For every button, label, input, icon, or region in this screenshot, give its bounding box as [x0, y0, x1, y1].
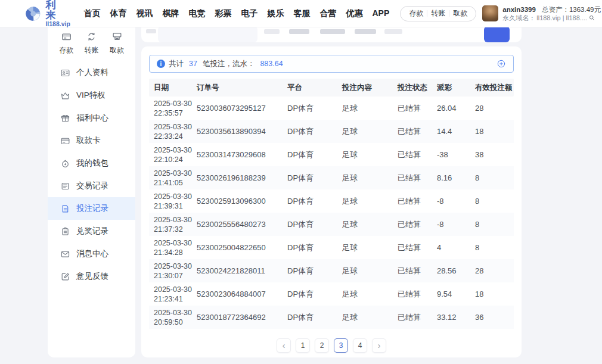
quick-action-deposit[interactable]: 存款 — [59, 31, 73, 55]
sidebar-item-wallet[interactable]: 我的钱包 — [48, 152, 135, 175]
nav-item-10[interactable]: 优惠 — [341, 8, 367, 19]
cell-order: 5230031473029608 — [197, 150, 287, 159]
date-line: 2025-03-30 — [154, 308, 197, 318]
time-line: 22:10:24 — [154, 155, 197, 164]
sidebar-item-messages[interactable]: 消息中心 — [48, 242, 135, 265]
brand-name: 利 来 — [45, 0, 73, 20]
sidebar-item-profile[interactable]: 个人资料 — [48, 61, 135, 84]
user-line-1: anxin3399 总资产：1363.49元 — [502, 5, 601, 14]
brand-domain: ll188.vip — [45, 20, 73, 27]
cell-content: 足球 — [342, 266, 398, 276]
nav-item-11[interactable]: APP — [367, 8, 394, 19]
quick-action-label: 存款 — [59, 45, 73, 55]
wallet-action-1[interactable]: 转账 — [427, 8, 449, 18]
table-row[interactable]: 2025-03-3021:37:325230025556480273DP体育足球… — [149, 213, 514, 236]
sidebar-item-vip[interactable]: VIP特权 — [48, 84, 135, 107]
nav-item-3[interactable]: 棋牌 — [157, 8, 184, 19]
nav-item-6[interactable]: 电子 — [236, 8, 262, 19]
table-row[interactable]: 2025-03-3022:35:575230036073295127DP体育足球… — [149, 97, 514, 120]
filter-control-fragment[interactable] — [264, 29, 280, 34]
cell-content: 足球 — [342, 312, 398, 323]
nav-item-0[interactable]: 首页 — [79, 8, 105, 19]
crown-icon — [60, 91, 70, 101]
nav-item-7[interactable]: 娱乐 — [262, 8, 288, 19]
cell-platform: DP体育 — [287, 289, 342, 300]
nav-item-9[interactable]: 合营 — [315, 8, 341, 19]
filter-control-fragment[interactable] — [320, 29, 345, 34]
user-text: anxin3399 总资产：1363.49元 永久域名： ll188.vip |… — [502, 5, 601, 22]
table-row[interactable]: 2025-03-3022:33:245230035613890394DP体育足球… — [149, 120, 514, 143]
date-line: 2025-03-30 — [154, 192, 197, 201]
assets-label: 总资产： — [542, 6, 569, 13]
filter-control-fragment[interactable] — [289, 29, 309, 34]
expand-button[interactable] — [497, 59, 506, 69]
filter-search-button[interactable] — [484, 26, 510, 42]
avatar[interactable] — [482, 5, 498, 21]
date-line: 2025-03-30 — [154, 169, 197, 178]
filter-control-fragment[interactable] — [355, 29, 376, 34]
nav-item-1[interactable]: 体育 — [105, 8, 131, 19]
deposit-icon — [61, 31, 72, 42]
time-line: 21:34:28 — [154, 248, 197, 257]
cell-platform: DP体育 — [287, 266, 342, 276]
cell-payout: -8 — [437, 220, 475, 229]
sidebar-item-welfare[interactable]: 福利中心 — [48, 107, 135, 129]
table-row[interactable]: 2025-03-3020:59:505230018772364692DP体育足球… — [149, 306, 514, 329]
table-row[interactable]: 2025-03-3021:39:315230025913096300DP体育足球… — [149, 189, 514, 213]
table-row[interactable]: 2025-03-3022:10:245230031473029608DP体育足球… — [149, 143, 514, 166]
clipboard-icon — [60, 226, 70, 237]
cell-payout: 14.4 — [437, 127, 475, 136]
nav-item-8[interactable]: 客服 — [288, 8, 315, 19]
summary-prefix: 共计 — [169, 59, 184, 69]
table-row[interactable]: 2025-03-3021:41:055230026196188239DP体育足球… — [149, 166, 514, 189]
search-icon[interactable] — [588, 14, 595, 21]
cell-date: 2025-03-3022:10:24 — [154, 145, 197, 164]
date-line: 2025-03-30 — [154, 145, 197, 155]
time-line: 21:30:07 — [154, 271, 197, 281]
cell-payout: 28.56 — [437, 266, 475, 275]
date-line: 2025-03-30 — [154, 122, 197, 132]
page-button-3[interactable]: 3 — [334, 338, 348, 353]
time-line: 22:35:57 — [154, 108, 197, 118]
user-info[interactable]: anxin3399 总资产：1363.49元 永久域名： ll188.vip |… — [482, 5, 601, 22]
wallet-action-0[interactable]: 存款 — [405, 8, 427, 18]
username: anxin3399 — [502, 5, 536, 14]
nav-item-5[interactable]: 彩票 — [210, 8, 236, 19]
column-header: 平台 — [287, 83, 342, 93]
next-page-button[interactable]: › — [372, 338, 386, 353]
page-button-1[interactable]: 1 — [296, 338, 310, 353]
sidebar-item-feedback[interactable]: 意见反馈 — [48, 265, 135, 288]
cell-payout: 9.54 — [437, 290, 475, 298]
cell-platform: DP体育 — [287, 219, 342, 230]
sidebar-item-bet-records[interactable]: 投注记录 — [48, 197, 135, 220]
sidebar-item-withdraw-card[interactable]: 取款卡 — [48, 129, 135, 152]
gift-icon — [60, 113, 70, 123]
sidebar-item-label: 兑奖记录 — [76, 226, 108, 237]
table-row[interactable]: 2025-03-3021:34:285230025004822650DP体育足球… — [149, 236, 514, 259]
cell-date: 2025-03-3021:37:32 — [154, 215, 197, 234]
column-header: 有效投注额 — [475, 83, 514, 93]
date-line: 2025-03-30 — [154, 238, 197, 248]
filter-control-fragment[interactable] — [384, 29, 402, 34]
table-row[interactable]: 2025-03-3021:30:075230024221828011DP体育足球… — [149, 259, 514, 282]
quick-action-withdraw[interactable]: 取款 — [110, 31, 124, 55]
cell-status: 已结算 — [398, 289, 437, 300]
table-row[interactable]: 2025-03-3021:23:415230023064884007DP体育足球… — [149, 282, 514, 306]
wallet-action-2[interactable]: 取款 — [449, 8, 471, 18]
cell-valid: 36 — [475, 313, 514, 322]
nav-item-4[interactable]: 电竞 — [184, 8, 210, 19]
page-button-2[interactable]: 2 — [315, 338, 329, 353]
sidebar-item-redeem-records[interactable]: 兑奖记录 — [48, 220, 135, 242]
brand-logo[interactable]: 利 来 ll188.vip — [25, 0, 73, 27]
filter-input[interactable] — [158, 26, 257, 42]
page-button-4[interactable]: 4 — [353, 338, 367, 353]
nav-item-2[interactable]: 视讯 — [131, 8, 157, 19]
column-header: 派彩 — [437, 83, 475, 93]
prev-page-button[interactable]: ‹ — [277, 338, 291, 353]
cell-content: 足球 — [342, 219, 398, 230]
quick-action-transfer[interactable]: 转账 — [85, 31, 99, 55]
cell-status: 已结算 — [398, 312, 437, 323]
info-icon: i — [157, 60, 165, 68]
brand-text: 利 来 ll188.vip — [45, 0, 73, 27]
sidebar-item-transactions[interactable]: 交易记录 — [48, 175, 135, 197]
